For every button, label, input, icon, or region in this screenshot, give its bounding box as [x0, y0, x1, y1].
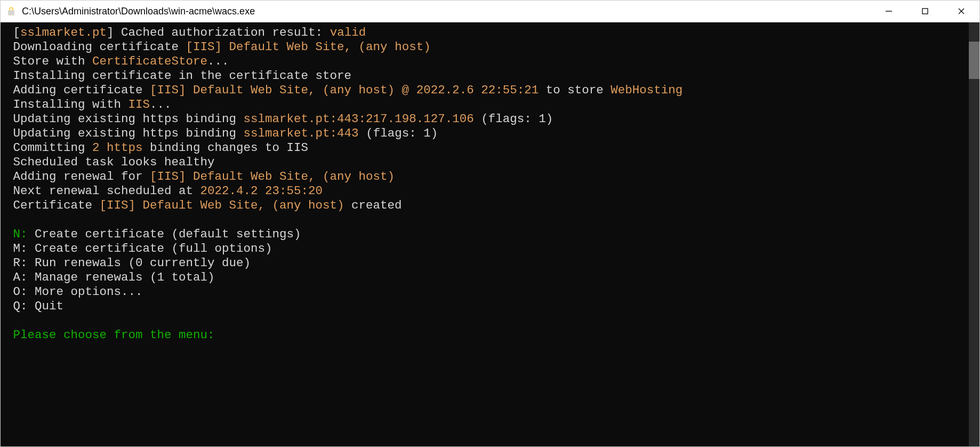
terminal-text-segment: Scheduled task looks healthy: [6, 155, 215, 169]
terminal-text-segment: Adding certificate: [6, 83, 150, 97]
close-button[interactable]: [943, 1, 979, 22]
terminal-line: R: Run renewals (0 currently due): [6, 256, 969, 270]
terminal-text-segment: Please choose from the menu:: [6, 328, 215, 342]
terminal-line: Store with CertificateStore...: [6, 54, 969, 69]
terminal-text-segment: Manage renewals (1 total): [28, 270, 215, 284]
terminal-text-segment: Committing: [6, 141, 92, 155]
terminal-line: Updating existing https binding sslmarke…: [6, 112, 969, 126]
terminal-text-segment: to store: [539, 83, 611, 97]
terminal-text-segment: WebHosting: [611, 83, 682, 97]
terminal-text-segment: 2022.4.2 23:55:20: [200, 184, 323, 198]
titlebar[interactable]: C:\Users\Administrator\Downloads\win-acm…: [1, 1, 979, 22]
terminal-line: N: Create certificate (default settings): [6, 227, 969, 242]
terminal-line: [6, 314, 969, 328]
scrollbar-thumb[interactable]: [969, 42, 979, 79]
terminal-text-segment: A:: [6, 270, 28, 284]
terminal-text-segment: [IIS] Default Web Site, (any host): [150, 170, 395, 183]
terminal-text-segment: sslmarket.pt:443: [244, 126, 359, 140]
terminal-line: Q: Quit: [6, 299, 969, 314]
terminal-text-segment: R:: [6, 256, 28, 270]
terminal-text-segment: ...: [150, 98, 172, 111]
terminal-text-segment: Updating existing https binding: [6, 126, 244, 140]
window-controls: [871, 1, 979, 22]
terminal-text-segment: Store with: [6, 54, 92, 68]
terminal-line: Committing 2 https binding changes to II…: [6, 141, 969, 155]
terminal-text-segment: ] Cached authorization result:: [107, 26, 330, 39]
scrollbar[interactable]: [969, 22, 979, 446]
terminal-text-segment: Adding renewal for: [6, 170, 150, 183]
console-body: [sslmarket.pt] Cached authorization resu…: [1, 22, 979, 446]
terminal-text-segment: CertificateStore: [92, 54, 207, 68]
terminal-text-segment: valid: [330, 26, 366, 39]
minimize-button[interactable]: [871, 1, 907, 22]
terminal-text-segment: Installing certificate in the certificat…: [6, 69, 351, 83]
terminal-text-segment: N:: [6, 227, 28, 241]
terminal-text-segment: ...: [207, 54, 229, 68]
terminal-line: Adding renewal for [IIS] Default Web Sit…: [6, 170, 969, 184]
terminal-line: Next renewal scheduled at 2022.4.2 23:55…: [6, 184, 969, 198]
terminal-text-segment: 2 https: [92, 141, 143, 155]
lock-icon: [6, 6, 17, 17]
window-title: C:\Users\Administrator\Downloads\win-acm…: [22, 6, 871, 17]
terminal-line: [sslmarket.pt] Cached authorization resu…: [6, 26, 969, 40]
terminal-text-segment: Create certificate (full options): [28, 242, 272, 256]
terminal-text-segment: Q:: [6, 299, 28, 313]
console-window: C:\Users\Administrator\Downloads\win-acm…: [0, 0, 980, 447]
terminal-line: A: Manage renewals (1 total): [6, 270, 969, 285]
terminal-line: Installing with IIS...: [6, 98, 969, 112]
terminal-text-segment: binding changes to IIS: [143, 141, 309, 155]
maximize-button[interactable]: [907, 1, 943, 22]
terminal-text-segment: sslmarket.pt: [20, 26, 107, 39]
terminal-text-segment: O:: [6, 285, 28, 299]
terminal-text-segment: Downloading certificate: [6, 40, 186, 54]
terminal-text-segment: Next renewal scheduled at: [6, 184, 200, 198]
terminal-text-segment: [6, 314, 13, 328]
terminal-text-segment: sslmarket.pt:443:217.198.127.106: [244, 112, 474, 126]
terminal-text-segment: [6, 213, 13, 227]
terminal-line: Certificate [IIS] Default Web Site, (any…: [6, 198, 969, 213]
terminal-line: M: Create certificate (full options): [6, 242, 969, 256]
terminal-line: Downloading certificate [IIS] Default We…: [6, 40, 969, 54]
terminal-text-segment: More options...: [28, 285, 143, 299]
terminal-line: Please choose from the menu:: [6, 328, 969, 342]
terminal-text-segment: Certificate: [6, 198, 100, 212]
terminal-text-segment: Installing with: [6, 98, 128, 111]
terminal-text-segment: [: [6, 26, 20, 39]
terminal-text-segment: Run renewals (0 currently due): [28, 256, 251, 270]
terminal-output[interactable]: [sslmarket.pt] Cached authorization resu…: [1, 22, 969, 446]
terminal-line: [6, 213, 969, 227]
terminal-text-segment: (flags: 1): [474, 112, 553, 126]
terminal-line: Updating existing https binding sslmarke…: [6, 126, 969, 141]
terminal-text-segment: [IIS] Default Web Site, (any host): [186, 40, 431, 54]
terminal-text-segment: (flags: 1): [359, 126, 438, 140]
terminal-text-segment: [IIS] Default Web Site, (any host) @ 202…: [150, 83, 539, 97]
terminal-text-segment: M:: [6, 242, 28, 256]
terminal-line: O: More options...: [6, 285, 969, 299]
terminal-text-segment: created: [344, 198, 402, 212]
terminal-line: Adding certificate [IIS] Default Web Sit…: [6, 83, 969, 98]
terminal-line: Installing certificate in the certificat…: [6, 69, 969, 83]
terminal-text-segment: Quit: [28, 299, 64, 313]
terminal-text-segment: [IIS] Default Web Site, (any host): [100, 198, 344, 212]
svg-rect-1: [922, 9, 928, 14]
terminal-text-segment: Create certificate (default settings): [28, 227, 301, 241]
terminal-text-segment: IIS: [128, 98, 150, 111]
terminal-text-segment: Updating existing https binding: [6, 112, 244, 126]
terminal-line: Scheduled task looks healthy: [6, 155, 969, 170]
